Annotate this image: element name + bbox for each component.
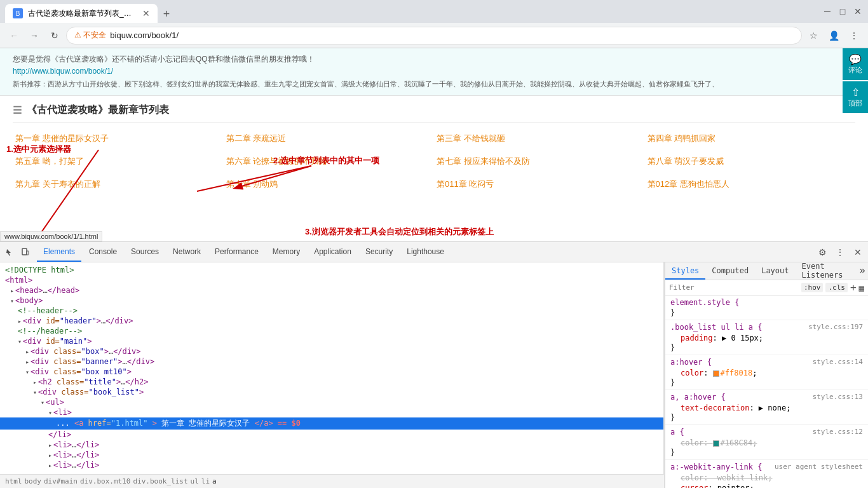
style-brace-ahover: } (670, 378, 863, 387)
chapter-link[interactable]: 第012章 恶狗也怕恶人 (645, 173, 856, 195)
book-title-bar: ☰ 《古代逆袭攻略》最新章节列表 (13, 96, 855, 123)
style-rule-ahover: a:hover { style.css:14 color: #ff8018; } (665, 355, 868, 390)
dom-line-booklist[interactable]: <div class="book_list"> (0, 387, 663, 397)
minimize-button[interactable]: ─ (822, 6, 832, 17)
breadcrumb-divboxmt10[interactable]: div.box.mt10 (80, 477, 130, 485)
chapter-link[interactable]: 第八章 萌汉子要发威 (645, 151, 856, 172)
devtools-tab-sources[interactable]: Sources (125, 242, 165, 262)
chapter-link[interactable]: 第七章 报应来得恰不及防 (434, 151, 645, 172)
dom-line-main[interactable]: <div id="main"> (0, 336, 663, 346)
top-icon: ⇧ (845, 86, 865, 98)
window-controls: ─ □ ✕ (822, 6, 863, 17)
breadcrumb-divbooklist[interactable]: div.book_list (133, 477, 187, 485)
styles-rules-list: element.style { } .book_list ul li a { s… (665, 295, 868, 488)
devtools-tab-console[interactable]: Console (83, 242, 123, 262)
devtools-tab-elements[interactable]: Elements (37, 242, 81, 262)
book-section-title: 《古代逆袭攻略》最新章节列表 (27, 104, 169, 117)
breadcrumb-divmain[interactable]: div#main (44, 477, 78, 485)
dom-line-body[interactable]: <body> (0, 295, 663, 306)
style-brace-aahover: } (670, 413, 863, 422)
dom-line-h2[interactable]: <h2 class="title">…</h2> (0, 377, 663, 387)
chapter-link[interactable]: 第011章 吃闷亏 (434, 173, 645, 195)
filter-hover-button[interactable]: :hov (801, 283, 824, 292)
style-rule-webkit: a:-webkit-any-link { user agent styleshe… (665, 460, 868, 488)
url-bar[interactable]: ⚠ 不安全 biquw.com/book/1/ (66, 27, 802, 44)
book-url-link[interactable]: http://www.biquw.com/book/1/ (13, 67, 113, 76)
breadcrumb-ul[interactable]: ul (191, 477, 199, 485)
filter-cls-button[interactable]: .cls (825, 283, 848, 292)
more-button[interactable]: ⋮ (832, 245, 848, 260)
dom-line-head[interactable]: <head>…</head> (0, 285, 663, 295)
comment-float-btn[interactable]: 💬 评论 (843, 48, 868, 80)
dom-line-a-selected[interactable]: ... <a href="1.html" > 第一章 悲催的星际女汉子 </a>… (0, 417, 663, 430)
dom-line-li3[interactable]: <li>…</li> (0, 450, 663, 460)
inspect-element-button[interactable] (3, 245, 18, 260)
maximize-button[interactable]: □ (837, 6, 848, 17)
close-button[interactable]: ✕ (853, 6, 863, 17)
styles-tab-more[interactable]: » (857, 262, 868, 280)
dom-line-header[interactable]: <div id="header">…</div> (0, 316, 663, 326)
style-rule-a: a { style.css:12 color: #168C84; } (665, 425, 868, 460)
settings-button[interactable]: ⚙ (815, 245, 830, 260)
breadcrumb-html[interactable]: html (5, 477, 22, 485)
devtools-tab-memory[interactable]: Memory (266, 242, 306, 262)
styles-tab-styles[interactable]: Styles (665, 262, 705, 280)
svg-rect-4 (27, 251, 29, 255)
breadcrumb-a[interactable]: a (212, 477, 217, 485)
dom-line-html[interactable]: <html> (0, 275, 663, 285)
devtools-tab-network[interactable]: Network (166, 242, 207, 262)
dom-line-li2[interactable]: <li>…</li> (0, 440, 663, 450)
chapter-link[interactable]: 第四章 鸡鸭抓回家 (645, 128, 856, 149)
device-toggle-button[interactable] (18, 245, 33, 260)
breadcrumb-body[interactable]: body (25, 477, 42, 485)
dom-line-comment1[interactable]: <!--header--> (0, 306, 663, 316)
back-button[interactable]: ← (5, 27, 23, 44)
dom-line-ul[interactable]: <ul> (0, 397, 663, 407)
chapter-link[interactable]: 第六章 论撩与被撩的不归路 (224, 151, 435, 172)
styles-tab-eventlisteners[interactable]: Event Listeners (796, 262, 857, 280)
dom-line-li1[interactable]: <li> (0, 407, 663, 417)
chapter-link[interactable]: 第一章 悲催的星际女汉子 (13, 128, 224, 149)
profile-button[interactable]: 👤 (825, 27, 843, 44)
chapter-link[interactable]: 第九章 关于寿衣的正解 (13, 173, 224, 195)
dom-line-boxmt10[interactable]: <div class="box mt10"> (0, 367, 663, 377)
filter-add-button[interactable]: + (850, 281, 857, 294)
devtools-body: <!DOCTYPE html> <html> <head>…</head> <b… (0, 262, 868, 488)
dom-line-li1-close[interactable]: </li> (0, 430, 663, 440)
devtools-tab-lighthouse[interactable]: Lighthouse (400, 242, 451, 262)
styles-tab-computed[interactable]: Computed (705, 262, 755, 280)
devtools-tab-performance[interactable]: Performance (208, 242, 265, 262)
filter-grid-button[interactable]: ▦ (859, 283, 864, 293)
chapter-link[interactable]: 第二章 亲疏远近 (224, 128, 435, 149)
styles-tab-layout[interactable]: Layout (755, 262, 795, 280)
forward-button[interactable]: → (25, 27, 43, 44)
dom-line-box1[interactable]: <div class="box">…</div> (0, 346, 663, 356)
bookmark-button[interactable]: ☆ (804, 27, 822, 44)
dom-line-li4[interactable]: <li>…</li> (0, 460, 663, 470)
close-devtools-button[interactable]: ✕ (850, 245, 865, 260)
reload-button[interactable]: ↻ (46, 27, 64, 44)
styles-filter-input[interactable] (669, 283, 799, 292)
new-tab-button[interactable]: + (158, 5, 175, 23)
browser-window: B 古代逆袭攻略最新章节列表_古代 ✕ + ─ □ ✕ ← → ↻ ⚠ 不安全 … (0, 0, 868, 488)
devtools-inspect-icons (3, 245, 33, 260)
style-rule-element: element.style { } (665, 295, 868, 320)
menu-button[interactable]: ⋮ (845, 27, 863, 44)
breadcrumb-li[interactable]: li (201, 477, 210, 485)
dom-line-doctype[interactable]: <!DOCTYPE html> (0, 265, 663, 275)
style-source-webkit: user agent stylesheet (775, 463, 863, 471)
chapter-link[interactable]: 第十章 别动鸡 (224, 173, 435, 195)
close-tab-button[interactable]: ✕ (142, 8, 150, 18)
dom-line-banner[interactable]: <div class="banner">…</div> (0, 356, 663, 367)
style-prop-color-a: color: #168C84; (670, 438, 863, 448)
title-bar: B 古代逆袭攻略最新章节列表_古代 ✕ + ─ □ ✕ (0, 0, 868, 23)
top-float-btn[interactable]: ⇧ 顶部 (843, 81, 868, 113)
active-tab[interactable]: B 古代逆袭攻略最新章节列表_古代 ✕ (5, 4, 158, 23)
chapter-link[interactable]: 第五章 哟，打架了 (13, 151, 224, 172)
devtools-tab-security[interactable]: Security (359, 242, 399, 262)
style-selector-a: a { style.css:12 (670, 428, 863, 437)
devtools-tab-application[interactable]: Application (308, 242, 358, 262)
dom-line-comment2[interactable]: <!--/header--> (0, 326, 663, 336)
chapter-link[interactable]: 第三章 不给钱就砸 (434, 128, 645, 149)
top-btn-label: 顶部 (845, 98, 865, 108)
